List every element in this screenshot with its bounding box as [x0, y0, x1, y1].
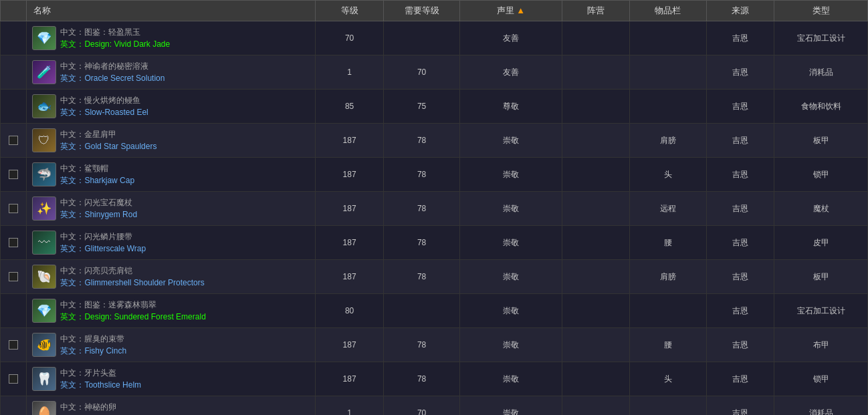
item-cn-name: 中文：慢火烘烤的鳗鱼 — [60, 95, 148, 106]
item-en-name[interactable]: 英文：Fishy Cinch — [60, 345, 126, 357]
item-icon: 🐚 — [32, 265, 56, 289]
item-type: 魔杖 — [774, 192, 868, 226]
item-req-level: 78 — [383, 158, 459, 192]
item-level: 80 — [316, 294, 384, 328]
item-cn-name: 中文：牙片头盔 — [60, 368, 141, 379]
item-camp — [562, 124, 630, 158]
item-icon: ✨ — [32, 196, 56, 221]
row-checkbox[interactable] — [9, 374, 18, 384]
item-name-cell: 🛡中文：金星肩甲英文：Gold Star Spaulders — [27, 124, 316, 158]
row-checkbox[interactable] — [9, 170, 18, 179]
item-camp — [562, 90, 630, 124]
item-icon: 💎 — [32, 26, 56, 50]
item-reputation: 崇敬 — [460, 294, 562, 328]
item-cn-name: 中文：图鉴：轻盈黑玉 — [60, 27, 170, 38]
item-en-name[interactable]: 英文：Glimmershell Shoulder Protectors — [60, 277, 204, 289]
item-cn-name: 中文：闪光鳞片腰带 — [60, 231, 146, 243]
col-level: 等级 — [316, 1, 384, 21]
item-en-name[interactable]: 英文：Sharkjaw Cap — [60, 175, 134, 186]
item-type: 宝石加工设计 — [774, 294, 868, 328]
item-slot — [630, 90, 706, 124]
item-icon: 💎 — [32, 299, 56, 323]
item-level: 85 — [316, 90, 384, 124]
row-checkbox[interactable] — [9, 136, 18, 145]
checkbox-cell[interactable] — [1, 328, 27, 362]
item-cn-name: 中文：图鉴：迷雾森林翡翠 — [60, 299, 205, 311]
row-checkbox[interactable] — [9, 204, 18, 213]
item-icon: 〰 — [32, 231, 56, 255]
row-checkbox[interactable] — [9, 238, 18, 247]
item-type: 食物和饮料 — [774, 90, 868, 124]
item-en-name[interactable]: 英文：Design: Vivid Dark Jade — [60, 39, 170, 50]
item-req-level: 70 — [383, 396, 459, 416]
item-type: 消耗品 — [774, 55, 868, 90]
item-source: 吉恩 — [706, 21, 774, 55]
item-en-name[interactable]: 英文：Oracle Secret Solution — [60, 73, 165, 84]
col-source: 来源 — [706, 1, 774, 21]
item-reputation: 崇敬 — [460, 226, 562, 260]
item-en-name[interactable]: 英文：Glitterscale Wrap — [60, 243, 146, 255]
item-slot — [630, 396, 706, 416]
table-row: ✨中文：闪光宝石魔杖英文：Shinygem Rod18778崇敬远程吉恩魔杖 — [1, 192, 868, 226]
item-name-cell: 🐟中文：慢火烘烤的鳗鱼英文：Slow-Roasted Eel — [27, 90, 316, 124]
item-en-name[interactable]: 英文：Toothslice Helm — [60, 380, 141, 391]
checkbox-cell[interactable] — [1, 226, 27, 260]
checkbox-cell[interactable] — [1, 362, 27, 396]
checkbox-cell[interactable] — [1, 158, 27, 192]
item-icon: 🐠 — [32, 333, 56, 357]
checkbox-cell[interactable] — [1, 124, 27, 158]
item-camp — [562, 260, 630, 294]
item-req-level: 78 — [383, 328, 459, 362]
table-row: 〰中文：闪光鳞片腰带英文：Glitterscale Wrap18778崇敬腰吉恩… — [1, 226, 868, 260]
item-icon: 🥚 — [32, 401, 56, 415]
item-slot: 腰 — [630, 328, 706, 362]
item-reputation: 崇敬 — [460, 158, 562, 192]
item-source: 吉恩 — [706, 362, 774, 396]
table-header: 名称 等级 需要等级 声里 ▲ 阵营 物品栏 来源 类型 — [1, 1, 868, 21]
item-slot — [630, 294, 706, 328]
item-reputation: 崇敬 — [460, 362, 562, 396]
item-icon: 🐟 — [32, 94, 56, 118]
item-camp — [562, 294, 630, 328]
checkbox-cell[interactable] — [1, 192, 27, 226]
item-name-cell: 🐠中文：腥臭的束带英文：Fishy Cinch — [27, 328, 316, 362]
item-level: 187 — [316, 362, 384, 396]
item-type: 锁甲 — [774, 362, 868, 396]
item-source: 吉恩 — [706, 124, 774, 158]
item-source: 吉恩 — [706, 158, 774, 192]
item-en-name[interactable]: 英文：Design: Sundered Forest Emerald — [60, 311, 205, 323]
checkbox-header-col — [1, 1, 27, 21]
row-checkbox[interactable] — [9, 340, 18, 350]
item-reputation: 崇敬 — [460, 192, 562, 226]
checkbox-cell — [1, 396, 27, 416]
item-req-level — [383, 294, 459, 328]
item-icon: 🦷 — [32, 367, 56, 391]
table-row: 🦈中文：鲨颚帽英文：Sharkjaw Cap18778崇敬头吉恩锁甲 — [1, 158, 868, 192]
checkbox-cell[interactable] — [1, 260, 27, 294]
item-level: 187 — [316, 192, 384, 226]
table-row: 💎中文：图鉴：迷雾森林翡翠英文：Design: Sundered Forest … — [1, 294, 868, 328]
row-checkbox[interactable] — [9, 272, 18, 281]
item-en-name[interactable]: 英文：Gold Star Spaulders — [60, 141, 156, 152]
checkbox-cell — [1, 21, 27, 55]
table-row: 🦷中文：牙片头盔英文：Toothslice Helm18778崇敬头吉恩锁甲 — [1, 362, 868, 396]
item-slot: 肩膀 — [630, 124, 706, 158]
col-req-level: 需要等级 — [383, 1, 459, 21]
item-reputation: 崇敬 — [460, 328, 562, 362]
table-row: 🐟中文：慢火烘烤的鳗鱼英文：Slow-Roasted Eel8575尊敬吉恩食物… — [1, 90, 868, 124]
table-row: 💎中文：图鉴：轻盈黑玉英文：Design: Vivid Dark Jade70友… — [1, 21, 868, 55]
item-req-level: 78 — [383, 226, 459, 260]
col-reputation[interactable]: 声里 ▲ — [460, 1, 562, 21]
item-source: 吉恩 — [706, 55, 774, 90]
item-en-name[interactable]: 英文：Slow-Roasted Eel — [60, 107, 148, 118]
item-en-name[interactable]: 英文：Shinygem Rod — [60, 209, 137, 221]
table-row: 🧪中文：神谕者的秘密溶液英文：Oracle Secret Solution170… — [1, 55, 868, 90]
item-reputation: 友善 — [460, 21, 562, 55]
item-camp — [562, 192, 630, 226]
item-camp — [562, 21, 630, 55]
item-name-cell: 💎中文：图鉴：轻盈黑玉英文：Design: Vivid Dark Jade — [27, 21, 316, 55]
item-source: 吉恩 — [706, 226, 774, 260]
checkbox-cell — [1, 55, 27, 90]
item-reputation: 友善 — [460, 55, 562, 90]
item-camp — [562, 362, 630, 396]
